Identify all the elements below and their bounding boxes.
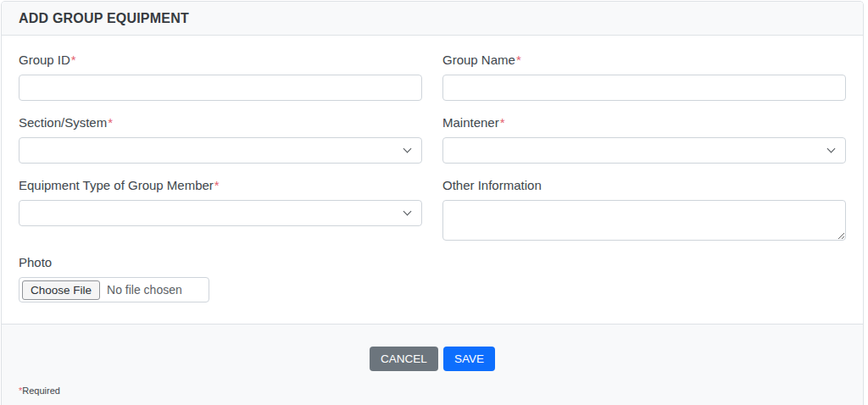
field-section-system: Section/System* (19, 114, 422, 164)
group-id-input[interactable] (19, 75, 422, 101)
required-marker: * (516, 53, 521, 67)
label-text: Other Information (442, 178, 542, 192)
label-text: Equipment Type of Group Member (19, 178, 214, 192)
form-body: Group ID* Group Name* Section/System* Ma… (2, 36, 863, 324)
section-system-select-wrap (19, 137, 422, 164)
card-header: ADD GROUP EQUIPMENT (2, 2, 863, 36)
other-information-textarea[interactable] (442, 200, 846, 241)
field-group-name: Group Name* (442, 52, 846, 101)
footer-buttons: CANCEL SAVE (2, 347, 863, 371)
card-footer: CANCEL SAVE *Required (2, 324, 863, 405)
required-marker: * (500, 115, 505, 130)
label-text: Photo (19, 255, 52, 269)
required-note-text: Required (22, 386, 60, 396)
file-status-text: No file chosen (107, 283, 182, 297)
section-system-label: Section/System* (19, 114, 422, 130)
field-equipment-type: Equipment Type of Group Member* (19, 177, 422, 226)
field-group-id: Group ID* (19, 52, 422, 101)
section-system-select[interactable] (19, 137, 422, 164)
label-text: Section/System (19, 115, 107, 130)
group-id-label: Group ID* (19, 52, 422, 68)
choose-file-button[interactable]: Choose File (22, 280, 100, 300)
equipment-type-label: Equipment Type of Group Member* (19, 177, 422, 193)
required-note: *Required (19, 386, 60, 396)
equipment-type-select-wrap (19, 200, 422, 226)
field-photo: Photo Choose File No file chosen (19, 254, 422, 302)
save-button[interactable]: SAVE (443, 347, 495, 371)
label-text: Maintener (442, 115, 499, 130)
equipment-type-select[interactable] (19, 200, 422, 226)
required-marker: * (214, 178, 220, 192)
other-information-label: Other Information (442, 177, 846, 193)
group-name-label: Group Name* (442, 52, 846, 68)
field-other-information: Other Information (442, 177, 846, 241)
maintener-select-wrap (442, 137, 846, 164)
form-grid: Group ID* Group Name* Section/System* Ma… (19, 52, 846, 316)
label-text: Group ID (19, 53, 70, 67)
field-maintener: Maintener* (442, 114, 846, 164)
cancel-button[interactable]: CANCEL (370, 347, 438, 371)
group-name-input[interactable] (442, 75, 846, 101)
maintener-label: Maintener* (442, 114, 846, 130)
add-group-equipment-card: ADD GROUP EQUIPMENT Group ID* Group Name… (1, 1, 864, 405)
maintener-select[interactable] (442, 137, 846, 164)
page-title: ADD GROUP EQUIPMENT (19, 11, 846, 26)
required-marker: * (108, 115, 113, 130)
photo-file-input[interactable]: Choose File No file chosen (19, 277, 209, 302)
label-text: Group Name (442, 53, 515, 67)
photo-label: Photo (19, 254, 422, 270)
required-marker: * (71, 53, 76, 67)
